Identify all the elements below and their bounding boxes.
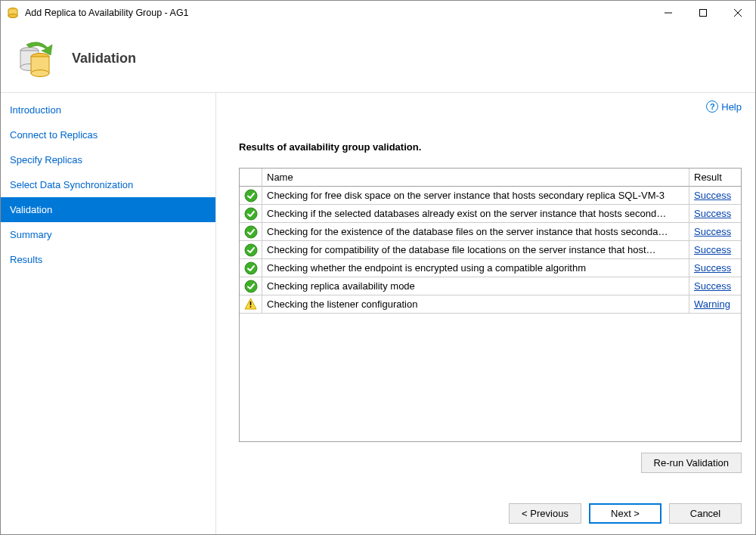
row-name: Checking for compatibility of the databa… bbox=[262, 241, 689, 258]
row-result-link[interactable]: Success bbox=[689, 187, 741, 204]
table-row[interactable]: Checking if the selected databases alrea… bbox=[240, 205, 741, 223]
titlebar: Add Replica to Availability Group - AG1 bbox=[1, 1, 755, 25]
svg-point-17 bbox=[245, 280, 257, 292]
window-title: Add Replica to Availability Group - AG1 bbox=[25, 8, 189, 18]
success-icon bbox=[244, 280, 258, 293]
row-status-icon bbox=[240, 204, 262, 224]
svg-point-16 bbox=[245, 262, 257, 274]
grid-header-result[interactable]: Result bbox=[689, 169, 741, 187]
svg-rect-19 bbox=[250, 306, 252, 308]
row-status-icon bbox=[240, 186, 262, 206]
table-row[interactable]: Checking for free disk space on the serv… bbox=[240, 187, 741, 205]
sidebar-item-results[interactable]: Results bbox=[1, 247, 215, 272]
sidebar-item-connect-to-replicas[interactable]: Connect to Replicas bbox=[1, 122, 215, 147]
warning-icon bbox=[244, 298, 257, 311]
table-row[interactable]: Checking whether the endpoint is encrypt… bbox=[240, 259, 741, 277]
sidebar-item-summary[interactable]: Summary bbox=[1, 222, 215, 247]
table-row[interactable]: Checking for the existence of the databa… bbox=[240, 223, 741, 241]
row-result-link[interactable]: Success bbox=[689, 223, 741, 240]
row-status-icon bbox=[240, 258, 262, 278]
app-icon bbox=[7, 7, 19, 19]
sidebar-item-specify-replicas[interactable]: Specify Replicas bbox=[1, 147, 215, 172]
help-label: Help bbox=[721, 101, 742, 113]
grid-header-icon bbox=[240, 169, 262, 187]
help-icon: ? bbox=[706, 101, 718, 113]
svg-rect-3 bbox=[700, 10, 707, 17]
validation-results-grid: Name Result Checking for free disk space… bbox=[239, 168, 742, 442]
row-name: Checking the listener configuration bbox=[262, 295, 689, 313]
svg-point-15 bbox=[245, 244, 257, 256]
page-title: Validation bbox=[72, 51, 136, 66]
success-icon bbox=[244, 189, 258, 203]
svg-point-11 bbox=[31, 70, 49, 76]
row-result-link[interactable]: Success bbox=[689, 205, 741, 222]
cancel-button[interactable]: Cancel bbox=[669, 503, 742, 524]
svg-point-12 bbox=[245, 190, 257, 202]
sidebar-item-select-data-sync[interactable]: Select Data Synchronization bbox=[1, 172, 215, 197]
row-result-link[interactable]: Warning bbox=[689, 295, 741, 313]
next-button[interactable]: Next > bbox=[589, 503, 662, 524]
wizard-footer: < Previous Next > Cancel bbox=[239, 503, 742, 524]
row-name: Checking whether the endpoint is encrypt… bbox=[262, 259, 689, 277]
window-controls bbox=[651, 1, 755, 25]
row-status-icon bbox=[240, 277, 262, 296]
row-result-link[interactable]: Success bbox=[689, 259, 741, 277]
content-pane: ? Help Results of availability group val… bbox=[216, 93, 755, 534]
success-icon bbox=[244, 243, 258, 257]
success-icon bbox=[244, 207, 258, 221]
wizard-header: Validation bbox=[1, 25, 755, 93]
grid-header-name[interactable]: Name bbox=[262, 169, 689, 187]
grid-body: Checking for free disk space on the serv… bbox=[240, 187, 741, 441]
validation-header-icon bbox=[16, 40, 54, 78]
rerun-validation-button[interactable]: Re-run Validation bbox=[641, 453, 742, 473]
sidebar-item-introduction[interactable]: Introduction bbox=[1, 97, 215, 122]
row-result-link[interactable]: Success bbox=[689, 277, 741, 295]
maximize-button[interactable] bbox=[686, 1, 720, 25]
table-row[interactable]: Checking the listener configurationWarni… bbox=[240, 295, 741, 314]
table-row[interactable]: Checking for compatibility of the databa… bbox=[240, 241, 741, 259]
row-name: Checking if the selected databases alrea… bbox=[262, 205, 689, 222]
svg-point-1 bbox=[8, 14, 17, 18]
wizard-sidebar: Introduction Connect to Replicas Specify… bbox=[1, 93, 216, 534]
row-name: Checking for the existence of the databa… bbox=[262, 223, 689, 240]
svg-point-13 bbox=[245, 208, 257, 220]
success-icon bbox=[244, 225, 258, 239]
results-heading: Results of availability group validation… bbox=[239, 141, 742, 153]
wizard-body: Introduction Connect to Replicas Specify… bbox=[1, 93, 755, 534]
table-row[interactable]: Checking replica availability modeSucces… bbox=[240, 277, 741, 295]
row-status-icon bbox=[240, 222, 262, 242]
row-name: Checking replica availability mode bbox=[262, 277, 689, 295]
close-button[interactable] bbox=[720, 1, 755, 25]
svg-rect-18 bbox=[250, 302, 252, 305]
grid-header: Name Result bbox=[240, 169, 741, 187]
success-icon bbox=[244, 261, 258, 275]
previous-button[interactable]: < Previous bbox=[509, 503, 581, 524]
row-name: Checking for free disk space on the serv… bbox=[262, 187, 689, 204]
minimize-button[interactable] bbox=[651, 1, 686, 25]
help-link[interactable]: ? Help bbox=[706, 101, 742, 113]
svg-point-14 bbox=[245, 226, 257, 238]
row-status-icon bbox=[240, 240, 262, 260]
sidebar-item-validation[interactable]: Validation bbox=[1, 197, 215, 222]
row-status-icon bbox=[240, 295, 262, 314]
row-result-link[interactable]: Success bbox=[689, 241, 741, 258]
